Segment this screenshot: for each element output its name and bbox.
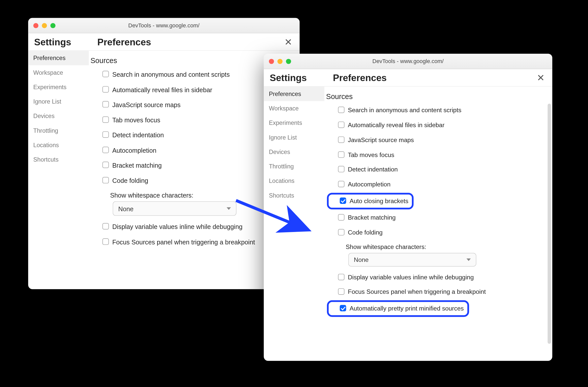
sidebar-item-label: Locations bbox=[269, 178, 295, 184]
sidebar-item-shortcuts[interactable]: Shortcuts bbox=[264, 188, 324, 203]
checkbox-label: Focus Sources panel when triggering a br… bbox=[348, 288, 541, 296]
whitespace-value: None bbox=[354, 256, 369, 263]
checkbox[interactable] bbox=[338, 229, 344, 235]
checkbox-label: Automatically reveal files in sidebar bbox=[348, 121, 541, 129]
maximize-window-button[interactable] bbox=[286, 59, 291, 64]
sidebar-item-ignore-list[interactable]: Ignore List bbox=[264, 130, 324, 145]
checkbox[interactable] bbox=[102, 116, 109, 123]
highlight-annotation: Auto closing brackets bbox=[327, 193, 414, 209]
sidebar-item-preferences[interactable]: Preferences bbox=[264, 87, 324, 101]
checkbox[interactable] bbox=[338, 181, 344, 187]
sidebar-item-throttling[interactable]: Throttling bbox=[264, 159, 324, 173]
checkbox[interactable] bbox=[338, 151, 344, 158]
sidebar-item-label: Workspace bbox=[269, 105, 299, 112]
checkbox-row[interactable]: Bracket matching bbox=[326, 210, 544, 225]
maximize-window-button[interactable] bbox=[50, 23, 56, 28]
page-title: Preferences bbox=[97, 37, 274, 48]
sidebar-item-label: Shortcuts bbox=[33, 156, 59, 163]
sidebar-item-experiments[interactable]: Experiments bbox=[264, 115, 324, 130]
checkbox[interactable] bbox=[340, 198, 346, 204]
checkbox-row[interactable]: Focus Sources panel when triggering a br… bbox=[326, 285, 544, 300]
checkbox-row[interactable]: Search in anonymous and content scripts bbox=[326, 103, 544, 118]
sidebar-item-shortcuts[interactable]: Shortcuts bbox=[28, 152, 89, 167]
checkbox[interactable] bbox=[102, 238, 109, 245]
checkbox[interactable] bbox=[338, 274, 344, 280]
checkbox-row[interactable]: Automatically pretty print minified sour… bbox=[339, 303, 465, 314]
whitespace-select[interactable]: None bbox=[113, 201, 236, 216]
checkbox[interactable] bbox=[338, 107, 344, 113]
checkbox-row[interactable]: Auto closing brackets bbox=[339, 195, 409, 207]
page-title: Preferences bbox=[333, 72, 527, 84]
sidebar-item-label: Workspace bbox=[33, 69, 63, 76]
settings-heading: Settings bbox=[270, 72, 324, 84]
checkbox[interactable] bbox=[338, 288, 344, 295]
checkbox[interactable] bbox=[102, 101, 109, 107]
whitespace-label: Show whitespace characters: bbox=[326, 240, 544, 252]
checkbox-row[interactable]: Display variable values inline while deb… bbox=[326, 270, 544, 285]
checkbox-label: Display variable values inline while deb… bbox=[348, 273, 541, 281]
checkbox[interactable] bbox=[102, 71, 109, 77]
preferences-panel: Sources Search in anonymous and content … bbox=[324, 87, 552, 361]
checkbox[interactable] bbox=[338, 214, 344, 220]
devtools-settings-window-after: DevTools - www.google.com/ Settings Pref… bbox=[264, 54, 552, 361]
sidebar-item-label: Devices bbox=[269, 148, 290, 155]
checkbox[interactable] bbox=[102, 162, 109, 168]
window-controls bbox=[269, 59, 291, 64]
sidebar-item-devices[interactable]: Devices bbox=[28, 109, 89, 123]
sidebar-item-label: Experiments bbox=[33, 84, 66, 90]
sidebar-item-ignore-list[interactable]: Ignore List bbox=[28, 94, 89, 109]
checkbox[interactable] bbox=[338, 166, 344, 172]
checkbox-label: Detect indentation bbox=[348, 166, 541, 174]
sidebar-item-label: Throttling bbox=[33, 127, 58, 134]
whitespace-select[interactable]: None bbox=[348, 253, 476, 266]
sidebar-item-label: Preferences bbox=[33, 55, 65, 62]
titlebar[interactable]: DevTools - www.google.com/ bbox=[28, 18, 300, 33]
scrollbar[interactable] bbox=[548, 104, 551, 344]
sidebar-item-locations[interactable]: Locations bbox=[264, 173, 324, 188]
sidebar-item-locations[interactable]: Locations bbox=[28, 138, 89, 152]
checkbox[interactable] bbox=[102, 86, 109, 92]
checkbox-label: Auto closing brackets bbox=[350, 197, 408, 205]
checkbox-row[interactable]: Automatically reveal files in sidebar bbox=[326, 118, 544, 133]
sidebar-item-label: Ignore List bbox=[269, 134, 297, 141]
settings-heading: Settings bbox=[34, 37, 89, 48]
checkbox-label: Search in anonymous and content scripts bbox=[348, 106, 541, 114]
minimize-window-button[interactable] bbox=[278, 59, 283, 64]
checkbox-row[interactable]: Autocompletion bbox=[326, 177, 544, 192]
checkbox-label: Automatically pretty print minified sour… bbox=[350, 305, 464, 313]
whitespace-value: None bbox=[118, 205, 133, 212]
checkbox[interactable] bbox=[102, 223, 109, 229]
section-title-sources: Sources bbox=[326, 92, 544, 101]
minimize-window-button[interactable] bbox=[42, 23, 47, 28]
sidebar-item-throttling[interactable]: Throttling bbox=[28, 123, 89, 138]
sidebar-item-label: Throttling bbox=[269, 163, 294, 170]
checkbox[interactable] bbox=[102, 177, 109, 183]
checkbox-row[interactable]: Code folding bbox=[326, 225, 544, 240]
sidebar-item-label: Ignore List bbox=[33, 98, 61, 105]
checkbox[interactable] bbox=[338, 122, 344, 128]
sidebar-item-experiments[interactable]: Experiments bbox=[28, 80, 89, 94]
checkbox[interactable] bbox=[102, 131, 109, 138]
sidebar-item-label: Preferences bbox=[269, 90, 301, 97]
close-window-button[interactable] bbox=[269, 59, 274, 64]
close-icon[interactable]: ✕ bbox=[283, 37, 294, 48]
checkbox-row[interactable]: JavaScript source maps bbox=[326, 132, 544, 147]
checkbox[interactable] bbox=[102, 146, 109, 153]
checkbox[interactable] bbox=[340, 305, 346, 312]
titlebar[interactable]: DevTools - www.google.com/ bbox=[264, 54, 552, 69]
highlight-annotation: Automatically pretty print minified sour… bbox=[327, 300, 469, 317]
sidebar-item-workspace[interactable]: Workspace bbox=[264, 101, 324, 115]
checkbox-label: Tab moves focus bbox=[348, 151, 541, 159]
settings-header: Settings Preferences ✕ bbox=[264, 69, 552, 87]
checkbox[interactable] bbox=[338, 136, 344, 143]
sidebar-item-workspace[interactable]: Workspace bbox=[28, 65, 89, 80]
close-window-button[interactable] bbox=[33, 23, 38, 28]
sidebar-item-devices[interactable]: Devices bbox=[264, 145, 324, 159]
settings-header: Settings Preferences ✕ bbox=[28, 33, 300, 51]
close-icon[interactable]: ✕ bbox=[535, 72, 546, 84]
checkbox-label: Autocompletion bbox=[348, 181, 541, 189]
sidebar-item-label: Locations bbox=[33, 142, 59, 148]
sidebar-item-preferences[interactable]: Preferences bbox=[28, 51, 89, 65]
checkbox-row[interactable]: Tab moves focus bbox=[326, 147, 544, 162]
checkbox-row[interactable]: Detect indentation bbox=[326, 162, 544, 177]
